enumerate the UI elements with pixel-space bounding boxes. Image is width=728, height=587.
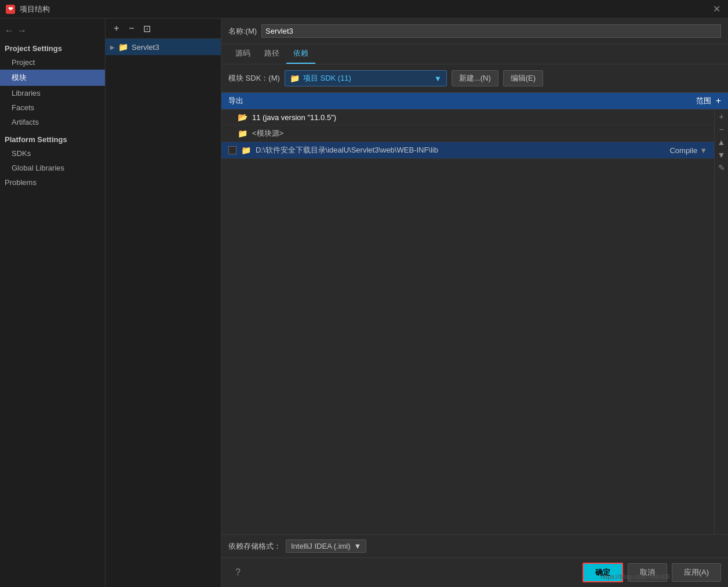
copy-module-button[interactable]: ⊡ xyxy=(140,22,153,35)
confirm-button[interactable]: 确定 xyxy=(583,563,623,582)
detail-pane: 名称:(M) 源码 路径 依赖 模块 SDK：(M) 📁 项目 SDK (11)… xyxy=(221,19,728,587)
scope-value: Compile xyxy=(669,146,697,155)
format-label: 依赖存储格式： xyxy=(228,541,281,552)
side-add-button[interactable]: + xyxy=(716,111,727,122)
content-area: + − ⊡ ▶ 📁 Servlet3 名称:(M) 源码 路径 依赖 xyxy=(105,19,728,587)
title-bar-left: ❤ 项目结构 xyxy=(6,4,50,15)
side-down-button[interactable]: ▼ xyxy=(716,149,727,161)
module-item-servlet3[interactable]: ▶ 📁 Servlet3 xyxy=(105,39,221,55)
lib-folder-icon: 📁 xyxy=(241,146,251,155)
sidebar-item-problems[interactable]: Problems xyxy=(0,175,105,190)
dependency-row-jdk[interactable]: 📂 11 (java version "11.0.5") xyxy=(221,110,714,125)
scope-dropdown-arrow[interactable]: ▼ xyxy=(700,146,707,155)
nav-arrows: ← → xyxy=(0,23,105,42)
help-button[interactable]: ? xyxy=(228,564,247,581)
sdk-folder-icon: 📁 xyxy=(290,74,300,83)
sdk-value: 项目 SDK (11) xyxy=(303,73,351,84)
module-source-icon: 📁 xyxy=(238,129,247,138)
dep-checkbox-lib[interactable] xyxy=(228,146,236,154)
sidebar-item-module[interactable]: 模块 xyxy=(0,70,105,86)
sdk-dropdown-arrow: ▼ xyxy=(434,74,442,83)
table-header: 导出 范围 + xyxy=(221,93,728,110)
sidebar-item-artifacts[interactable]: Artifacts xyxy=(0,115,105,129)
name-input[interactable] xyxy=(261,24,721,38)
sidebar-item-sdks[interactable]: SDKs xyxy=(0,146,105,161)
forward-arrow[interactable]: → xyxy=(17,26,27,36)
name-label: 名称:(M) xyxy=(228,26,257,37)
sidebar-item-facets[interactable]: Facets xyxy=(0,100,105,115)
bottom-section: 依赖存储格式： IntelliJ IDEA (.iml) ▼ xyxy=(221,534,728,557)
close-button[interactable]: ✕ xyxy=(711,3,722,15)
format-value: IntelliJ IDEA (.iml) xyxy=(291,542,351,550)
project-settings-header: Project Settings xyxy=(0,42,105,55)
main-container: ← → Project Settings Project 模块 Librarie… xyxy=(0,19,728,587)
tab-dependency[interactable]: 依赖 xyxy=(286,44,315,64)
sidebar-item-libraries[interactable]: Libraries xyxy=(0,86,105,100)
new-sdk-button[interactable]: 新建...(N) xyxy=(452,70,498,86)
module-toolbar: + − ⊡ xyxy=(105,19,221,39)
platform-settings-header: Platform Settings xyxy=(0,129,105,146)
table-area-wrapper: 📂 11 (java version "11.0.5") 📁 <模块源> 📁 D… xyxy=(221,110,728,534)
format-dropdown-arrow: ▼ xyxy=(354,542,362,550)
format-dropdown[interactable]: IntelliJ IDEA (.iml) ▼ xyxy=(286,539,366,553)
export-column-header: 导出 xyxy=(228,96,653,106)
dep-scope-compile[interactable]: Compile ▼ xyxy=(669,146,707,155)
add-dependency-button[interactable]: + xyxy=(716,96,721,106)
apply-button[interactable]: 应用(A) xyxy=(672,563,721,582)
back-arrow[interactable]: ← xyxy=(5,26,14,36)
expand-arrow-icon: ▶ xyxy=(110,44,115,50)
cancel-button[interactable]: 取消 xyxy=(628,563,667,582)
sdk-dropdown[interactable]: 📁 项目 SDK (11) ▼ xyxy=(285,70,447,86)
title-bar: ❤ 项目结构 ✕ xyxy=(0,0,728,19)
module-name: Servlet3 xyxy=(132,43,159,52)
dependency-row-lib[interactable]: 📁 D:\软件安全下载目录\idealU\Servlet3\web\WEB-IN… xyxy=(221,142,714,159)
side-edit-button[interactable]: ✎ xyxy=(716,162,727,173)
remove-module-button[interactable]: − xyxy=(125,22,138,35)
scope-column-header: 范围 xyxy=(653,96,711,106)
tabs-row: 源码 路径 依赖 xyxy=(221,44,728,64)
sdk-row: 模块 SDK：(M) 📁 项目 SDK (11) ▼ 新建...(N) 编辑(E… xyxy=(221,64,728,93)
sdk-label: 模块 SDK：(M) xyxy=(228,73,280,84)
lib-dep-text: D:\软件安全下载目录\idealU\Servlet3\web\WEB-INF\… xyxy=(256,145,665,155)
tab-path[interactable]: 路径 xyxy=(257,44,286,64)
jdk-folder-icon: 📂 xyxy=(238,113,247,122)
jdk-dep-text: 11 (java version "11.0.5") xyxy=(252,113,707,122)
module-list-pane: + − ⊡ ▶ 📁 Servlet3 xyxy=(105,19,221,587)
edit-sdk-button[interactable]: 编辑(E) xyxy=(503,70,543,86)
name-row: 名称:(M) xyxy=(221,19,728,44)
sdk-select-text: 📁 项目 SDK (11) xyxy=(290,73,351,84)
add-module-button[interactable]: + xyxy=(110,22,123,35)
action-bar: ? 确定 取消 应用(A) xyxy=(221,557,728,587)
app-icon: ❤ xyxy=(6,5,15,14)
tab-source[interactable]: 源码 xyxy=(228,44,257,64)
dependency-table: 📂 11 (java version "11.0.5") 📁 <模块源> 📁 D… xyxy=(221,110,714,534)
dialog-title: 项目结构 xyxy=(20,4,50,15)
problems-label: Problems xyxy=(5,178,37,187)
module-folder-icon: 📁 xyxy=(118,42,128,52)
dependency-row-module-source[interactable]: 📁 <模块源> xyxy=(221,125,714,142)
table-side-buttons: + − ▲ ▼ ✎ xyxy=(714,110,728,534)
side-remove-button[interactable]: − xyxy=(716,124,727,135)
sidebar: ← → Project Settings Project 模块 Librarie… xyxy=(0,19,105,587)
sidebar-item-project[interactable]: Project xyxy=(0,55,105,70)
sidebar-item-global-libraries[interactable]: Global Libraries xyxy=(0,161,105,175)
module-source-text: <模块源> xyxy=(252,128,707,139)
side-up-button[interactable]: ▲ xyxy=(716,136,727,148)
